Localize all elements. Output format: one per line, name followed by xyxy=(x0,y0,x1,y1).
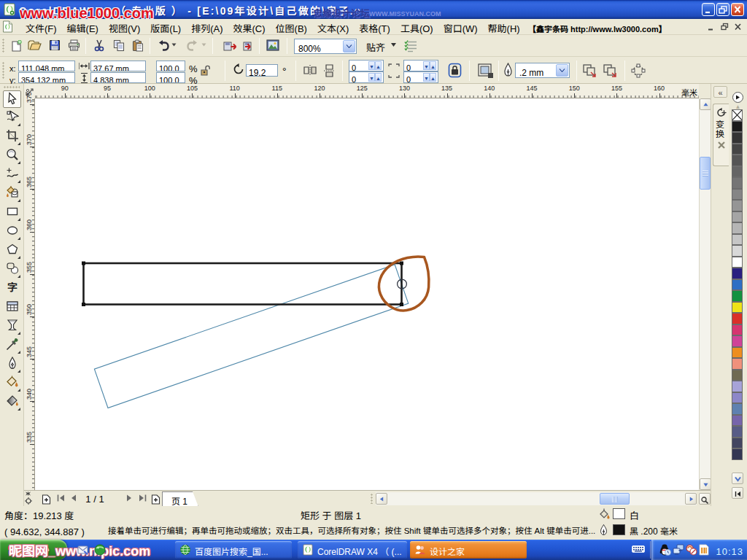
paste-icon[interactable] xyxy=(131,38,145,52)
toolbar-grip[interactable] xyxy=(2,39,4,53)
tool-blend[interactable] xyxy=(3,318,21,335)
swatch-efe319[interactable] xyxy=(732,302,743,314)
swatch-434660[interactable] xyxy=(732,438,743,449)
docker-close-icon[interactable] xyxy=(717,141,726,149)
doc-restore-button[interactable] xyxy=(719,22,732,33)
page-tab[interactable]: 页 1 xyxy=(162,491,198,507)
dropdown-arrow-icon[interactable] xyxy=(200,42,207,56)
doc-minimize-button[interactable] xyxy=(706,22,719,33)
copy-icon[interactable] xyxy=(112,38,126,52)
palette-options-button[interactable] xyxy=(732,92,743,103)
swatch-656565[interactable] xyxy=(732,166,743,178)
open-icon[interactable] xyxy=(27,38,42,52)
zoom-level-combo[interactable]: 800% xyxy=(294,39,357,54)
navigator-zoom-button[interactable] xyxy=(699,493,711,505)
menu-O[interactable]: 工具(O) xyxy=(395,19,438,35)
menu-H[interactable]: 帮助(H) xyxy=(483,19,525,35)
tool-shape[interactable] xyxy=(3,109,21,127)
swatch-343753[interactable] xyxy=(732,448,743,460)
lock-corners-icon[interactable] xyxy=(448,63,462,78)
doc-close-button[interactable] xyxy=(732,22,745,33)
tool-text[interactable]: 字 xyxy=(3,280,21,298)
redo-icon[interactable] xyxy=(185,38,200,52)
docker-collapse-button[interactable]: « xyxy=(713,86,727,98)
last-page-button[interactable] xyxy=(136,493,148,505)
tool-table[interactable] xyxy=(3,299,21,316)
barcode-doc-tray-icon[interactable] xyxy=(699,544,711,556)
convert-curve-icon[interactable] xyxy=(603,64,617,77)
tool-fill[interactable] xyxy=(3,375,21,392)
swatch-2f6fc4[interactable] xyxy=(732,279,743,291)
menu-T[interactable]: 表格(T) xyxy=(354,19,395,35)
taskbar-task-3[interactable]: 设计之家 xyxy=(410,541,527,559)
tool-zoom[interactable] xyxy=(3,147,21,165)
rotation-angle-field[interactable]: 19.2 xyxy=(246,64,278,77)
toolbox-grip[interactable] xyxy=(4,86,20,88)
tool-pick[interactable] xyxy=(3,90,21,108)
tool-rectangle[interactable] xyxy=(3,204,21,222)
zoom-dropdown-button[interactable] xyxy=(343,40,355,52)
menu-E[interactable]: 编辑(E) xyxy=(62,19,104,35)
close-button[interactable] xyxy=(731,3,744,16)
cut-icon[interactable] xyxy=(92,38,107,52)
swatch-ffffff[interactable] xyxy=(732,257,743,268)
menu-V[interactable]: 视图(V) xyxy=(104,19,145,35)
options-icon[interactable] xyxy=(403,39,418,53)
swatch-b5b5b5[interactable] xyxy=(732,222,743,234)
security-tray-icon[interactable] xyxy=(686,544,697,556)
vertical-ruler[interactable]: 375370365360355350345340335 xyxy=(24,98,35,490)
swatch-757575[interactable] xyxy=(732,177,743,189)
next-page-button[interactable] xyxy=(123,493,135,505)
spin-arrows[interactable]: ▼▲ xyxy=(368,73,382,82)
horizontal-scroll-thumb[interactable] xyxy=(600,493,630,505)
swatch-858585[interactable] xyxy=(732,189,743,201)
tool-outline-pen[interactable] xyxy=(3,356,21,373)
snap-button[interactable]: 贴齐 xyxy=(366,40,385,54)
print-icon[interactable] xyxy=(66,38,81,52)
scroll-up-button[interactable] xyxy=(700,98,711,110)
scale-h-field[interactable]: 100.0 xyxy=(156,61,185,71)
unlock-ratio-icon[interactable] xyxy=(200,65,210,76)
hscroll-grip[interactable] xyxy=(371,494,373,504)
import-icon[interactable] xyxy=(222,38,237,52)
corner-radius-br[interactable]: 0▼▲ xyxy=(403,71,438,83)
convert-to-curves-icon[interactable] xyxy=(631,63,646,78)
swatch-c6c6c6[interactable] xyxy=(732,234,743,246)
tool-eyedropper[interactable] xyxy=(3,337,21,354)
keyboard-tray-icon[interactable] xyxy=(632,545,645,553)
horizontal-scrollbar[interactable] xyxy=(376,492,697,505)
undo-icon[interactable] xyxy=(155,38,170,52)
spin-arrows[interactable]: ▼▲ xyxy=(423,73,437,82)
swatch-7765ab[interactable] xyxy=(732,415,743,427)
taskbar-task-1[interactable]: 百度图片搜索_国... xyxy=(175,541,292,559)
vertical-scroll-thumb[interactable] xyxy=(700,157,711,190)
palette-scroll-down-button[interactable] xyxy=(732,472,743,484)
swatch-8d87c8[interactable] xyxy=(732,392,743,404)
outline-width-dropdown[interactable] xyxy=(556,64,568,77)
swatch-5f81b0[interactable] xyxy=(732,403,743,415)
spin-arrows[interactable]: ▼▲ xyxy=(368,61,382,70)
tool-interactive-fill[interactable] xyxy=(3,394,21,411)
scroll-left-button[interactable] xyxy=(376,493,387,505)
y-position-field[interactable]: 354.132 mm xyxy=(18,72,75,83)
corner-radius-bl[interactable]: 0▼▲ xyxy=(349,71,384,83)
tool-smart-fill[interactable] xyxy=(3,185,21,203)
scroll-down-button[interactable] xyxy=(700,478,711,490)
swatch-1b1b1b[interactable] xyxy=(732,121,743,133)
tool-polygon[interactable] xyxy=(3,242,21,260)
swatch-2a2080[interactable] xyxy=(732,268,743,279)
quicklaunch-sphere-icon[interactable] xyxy=(94,544,106,556)
spin-arrows[interactable]: ▼▲ xyxy=(423,61,437,70)
swatch-6f6a52[interactable] xyxy=(732,370,743,381)
scale-v-field[interactable]: 100.0 xyxy=(156,72,185,83)
swatch-a5a5a5[interactable] xyxy=(732,211,743,223)
horizontal-ruler[interactable]: 毫米 9095100105110115120125130135140145150… xyxy=(35,84,699,98)
tool-crop[interactable] xyxy=(3,128,21,146)
qq-tray-icon[interactable] xyxy=(659,544,671,556)
tool-basic-shapes[interactable] xyxy=(3,261,21,279)
app-launcher-icon[interactable] xyxy=(266,38,280,52)
scroll-right-button[interactable] xyxy=(685,493,697,505)
taskbar-task-2[interactable]: CorelDRAW X4 （ (... xyxy=(298,541,407,559)
x-position-field[interactable]: 111.048 mm xyxy=(18,61,75,71)
first-page-button[interactable] xyxy=(55,493,66,505)
